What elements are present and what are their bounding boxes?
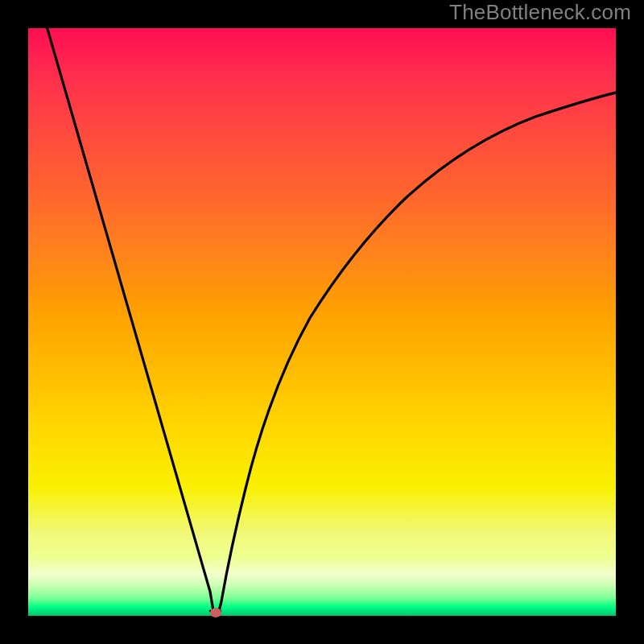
curve-right-arm — [219, 93, 616, 611]
watermark-text: TheBottleneck.com — [449, 0, 631, 25]
chart-frame: TheBottleneck.com — [0, 0, 644, 644]
minimum-marker — [210, 608, 221, 617]
bottleneck-curve — [28, 28, 616, 616]
plot-outer-border — [28, 28, 616, 616]
curve-left-arm — [40, 28, 213, 611]
